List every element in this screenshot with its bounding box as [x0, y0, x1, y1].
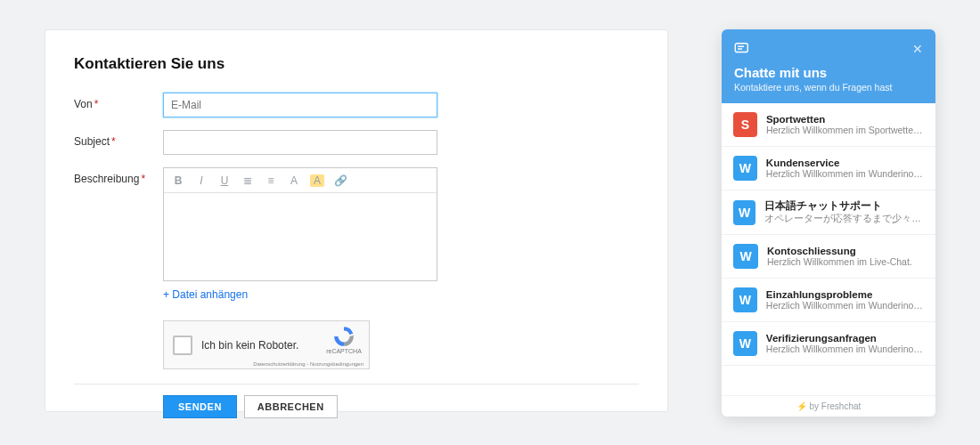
chat-item-preview: Herzlich Willkommen im Live-Chat.	[767, 256, 912, 267]
toolbar-ol-button[interactable]: ≡	[264, 174, 278, 187]
chat-channel-item[interactable]: WKontoschliessungHerzlich Willkommen im …	[722, 235, 935, 279]
recaptcha-links[interactable]: Datenschutzerklärung - Nutzungsbedingung…	[253, 361, 363, 367]
chat-item-title: Sportwetten	[766, 114, 924, 125]
chat-item-title: 日本語チャットサポート	[764, 199, 924, 213]
email-field[interactable]	[163, 93, 437, 117]
toolbar-italic-button[interactable]: I	[194, 174, 208, 187]
attach-file-link[interactable]: + Datei anhängen	[163, 288, 437, 301]
chat-channel-item[interactable]: W日本語チャットサポートオペレーターが応答するまで少々お待…	[722, 190, 935, 235]
chat-item-preview: Herzlich Willkommen im Sportwetten …	[766, 125, 924, 135]
chat-item-preview: Herzlich Willkommen im Wunderino L…	[766, 300, 924, 311]
form-title: Kontaktieren Sie uns	[74, 55, 639, 73]
avatar: W	[733, 287, 757, 312]
rich-text-editor: B I U ≣ ≡ A A 🔗	[163, 167, 437, 281]
chat-item-preview: Herzlich Willkommen im Wunderino L…	[766, 344, 924, 354]
row-description: Beschreibung* B I U ≣ ≡ A A 🔗 + Datei an…	[74, 167, 639, 301]
bolt-icon: ⚡	[796, 401, 807, 411]
toolbar-font-button[interactable]: A	[287, 174, 301, 187]
chat-item-texts: KontoschliessungHerzlich Willkommen im L…	[767, 246, 912, 267]
chat-item-title: Kontoschliessung	[767, 246, 912, 256]
recaptcha-icon	[332, 325, 355, 348]
recaptcha-checkbox[interactable]	[173, 336, 192, 355]
chat-header: ✕ Chatte mit uns Kontaktiere uns, wenn d…	[722, 29, 935, 103]
row-subject: Subject*	[74, 130, 639, 155]
avatar: W	[733, 200, 755, 225]
chat-item-texts: SportwettenHerzlich Willkommen im Sportw…	[766, 114, 924, 135]
chat-channel-item[interactable]: WKundenserviceHerzlich Willkommen im Wun…	[722, 147, 935, 190]
chat-item-texts: KundenserviceHerzlich Willkommen im Wund…	[766, 158, 924, 179]
contact-form-card: Kontaktieren Sie uns Von* Subject* Besch…	[45, 29, 668, 412]
chat-subtitle: Kontaktiere uns, wenn du Fragen hast	[734, 82, 923, 93]
toolbar-ul-button[interactable]: ≣	[241, 174, 255, 187]
chat-channel-list: SSportwettenHerzlich Willkommen im Sport…	[722, 103, 935, 395]
avatar: S	[733, 112, 757, 137]
chat-item-title: Einzahlungsprobleme	[766, 289, 924, 300]
chat-close-button[interactable]: ✕	[912, 42, 923, 56]
submit-button[interactable]: SENDEN	[163, 395, 237, 418]
chat-channel-item[interactable]: WVerifizierungsanfragenHerzlich Willkomm…	[722, 322, 935, 366]
chat-item-preview: オペレーターが応答するまで少々お待…	[764, 213, 924, 225]
label-description: Beschreibung*	[74, 167, 163, 185]
divider	[74, 384, 639, 384]
avatar: W	[733, 156, 757, 181]
cancel-button[interactable]: ABBRECHEN	[244, 395, 338, 418]
label-subject: Subject*	[74, 130, 163, 148]
svg-rect-0	[735, 44, 747, 53]
chat-channel-item[interactable]: WEinzahlungsproblemeHerzlich Willkommen …	[722, 279, 935, 322]
chat-bubble-icon	[734, 43, 750, 55]
chat-item-texts: VerifizierungsanfragenHerzlich Willkomme…	[766, 333, 924, 354]
chat-item-title: Verifizierungsanfragen	[766, 333, 924, 344]
row-from: Von*	[74, 93, 639, 117]
recaptcha-label: Ich bin kein Roboter.	[201, 339, 298, 352]
chat-item-texts: EinzahlungsproblemeHerzlich Willkommen i…	[766, 289, 924, 311]
toolbar-bold-button[interactable]: B	[171, 174, 185, 187]
chat-channel-item[interactable]: SSportwettenHerzlich Willkommen im Sport…	[722, 103, 935, 147]
chat-title: Chatte mit uns	[734, 65, 923, 80]
toolbar-textcolor-button[interactable]: A	[310, 174, 324, 187]
editor-toolbar: B I U ≣ ≡ A A 🔗	[164, 168, 437, 193]
toolbar-underline-button[interactable]: U	[217, 174, 232, 187]
button-row: SENDEN ABBRECHEN	[163, 395, 639, 418]
chat-item-title: Kundenservice	[766, 158, 924, 168]
description-field[interactable]	[164, 193, 437, 280]
chat-widget: ✕ Chatte mit uns Kontaktiere uns, wenn d…	[722, 29, 935, 417]
chat-footer: ⚡ by Freshchat	[722, 395, 935, 417]
toolbar-link-button[interactable]: 🔗	[333, 174, 347, 187]
label-from: Von*	[74, 93, 163, 110]
recaptcha-badge: reCAPTCHA	[324, 325, 363, 354]
chat-item-preview: Herzlich Willkommen im Wunderino L…	[766, 168, 924, 179]
chat-item-texts: 日本語チャットサポートオペレーターが応答するまで少々お待…	[764, 199, 924, 225]
subject-field[interactable]	[163, 130, 437, 155]
recaptcha-widget: Ich bin kein Roboter. reCAPTCHA Datensch…	[163, 320, 370, 369]
avatar: W	[733, 244, 758, 269]
avatar: W	[733, 331, 757, 356]
